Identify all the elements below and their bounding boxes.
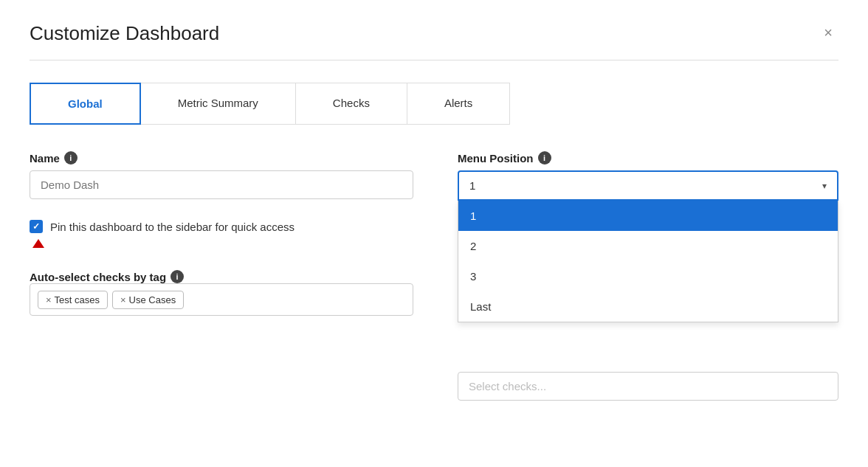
select-checks-input[interactable]: Select checks... — [458, 372, 838, 401]
auto-select-info-icon: i — [170, 270, 184, 283]
close-button[interactable]: × — [818, 22, 838, 43]
tag-label-test-cases: Test cases — [55, 294, 100, 305]
checks-placeholder-text: Select checks... — [469, 380, 546, 392]
auto-select-group: Auto-select checks by tag i × Test cases… — [30, 263, 413, 316]
form-left: Name i Pin this dashboard to the sidebar… — [30, 151, 413, 401]
pin-row: Pin this dashboard to the sidebar for qu… — [30, 220, 413, 233]
header-divider — [30, 60, 838, 60]
modal-container: Customize Dashboard × Global Metric Summ… — [0, 0, 868, 467]
menu-position-group: Menu Position i 1 ▾ 1 2 — [458, 151, 838, 201]
menu-position-info-icon: i — [538, 151, 551, 165]
name-field-group: Name i — [30, 151, 413, 199]
tag-use-cases[interactable]: × Use Cases — [112, 291, 184, 309]
pin-checkbox-group: Pin this dashboard to the sidebar for qu… — [30, 214, 413, 248]
tabs-row: Global Metric Summary Checks Alerts — [30, 83, 838, 125]
name-label: Name i — [30, 151, 413, 165]
tab-global[interactable]: Global — [30, 83, 141, 125]
tab-alerts[interactable]: Alerts — [407, 83, 510, 125]
tag-remove-use-cases[interactable]: × — [120, 294, 126, 305]
pin-checkbox[interactable] — [30, 220, 43, 233]
tab-checks[interactable]: Checks — [295, 83, 407, 125]
form-right: Menu Position i 1 ▾ 1 2 — [458, 151, 838, 401]
tab-metric-summary[interactable]: Metric Summary — [140, 83, 296, 125]
name-input[interactable] — [30, 170, 413, 199]
form-grid: Name i Pin this dashboard to the sidebar… — [30, 151, 838, 401]
menu-position-select[interactable]: 1 ▾ — [458, 170, 838, 201]
auto-select-label: Auto-select checks by tag i — [30, 270, 413, 283]
menu-position-select-wrapper: 1 ▾ 1 2 3 Last — [458, 170, 838, 201]
modal-title: Customize Dashboard — [30, 22, 219, 45]
pin-label: Pin this dashboard to the sidebar for qu… — [50, 221, 294, 233]
up-arrow-icon — [32, 239, 44, 248]
name-info-icon: i — [64, 151, 78, 165]
arrow-indicator — [30, 236, 413, 248]
menu-position-label: Menu Position i — [458, 151, 838, 165]
modal-header: Customize Dashboard × — [30, 22, 838, 45]
dropdown-option-1[interactable]: 1 — [458, 201, 838, 231]
dropdown-option-last[interactable]: Last — [458, 291, 838, 322]
dropdown-option-2[interactable]: 2 — [458, 231, 838, 261]
tag-label-use-cases: Use Cases — [129, 294, 176, 305]
chevron-down-icon: ▾ — [822, 181, 827, 191]
tag-test-cases[interactable]: × Test cases — [38, 291, 108, 309]
menu-position-value: 1 — [469, 179, 475, 192]
tags-container[interactable]: × Test cases × Use Cases — [30, 283, 413, 316]
menu-position-dropdown: 1 2 3 Last — [458, 201, 838, 322]
dropdown-option-3[interactable]: 3 — [458, 261, 838, 291]
tag-remove-test-cases[interactable]: × — [46, 294, 52, 305]
